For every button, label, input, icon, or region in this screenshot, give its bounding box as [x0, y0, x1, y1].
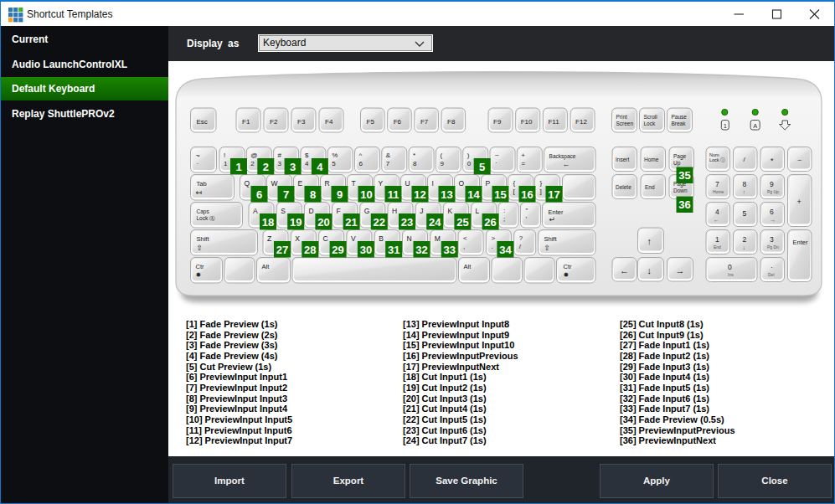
svg-text:21: 21 — [345, 216, 357, 229]
svg-text:✸: ✸ — [196, 271, 202, 279]
svg-text:1: 1 — [715, 235, 719, 244]
svg-text:3: 3 — [770, 235, 774, 244]
svg-text:F3: F3 — [297, 118, 306, 126]
svg-text:18: 18 — [262, 216, 274, 229]
svg-text:26: 26 — [484, 216, 496, 229]
svg-text:Insert: Insert — [616, 157, 629, 162]
svg-text:P: P — [486, 179, 491, 188]
svg-text:*: * — [771, 157, 774, 165]
svg-text:N: N — [407, 234, 412, 243]
svg-text:5: 5 — [479, 161, 485, 173]
svg-text:Del: Del — [768, 272, 775, 277]
svg-text:2: 2 — [743, 235, 747, 244]
svg-text:Tab: Tab — [197, 180, 207, 188]
svg-text:→: → — [770, 217, 776, 223]
svg-text:F9: F9 — [493, 118, 502, 126]
svg-text:F5: F5 — [367, 118, 375, 126]
svg-text:F7: F7 — [420, 118, 429, 126]
svg-text:*: * — [413, 152, 415, 159]
svg-text:Shift: Shift — [197, 235, 210, 243]
svg-text:1: 1 — [235, 161, 241, 173]
svg-text:R: R — [325, 179, 330, 188]
svg-text:13: 13 — [441, 188, 452, 201]
svg-text:A: A — [253, 207, 258, 215]
svg-text:Pg Up: Pg Up — [767, 189, 779, 194]
svg-text:Delete: Delete — [616, 184, 631, 190]
svg-text:Pg Dn: Pg Dn — [767, 244, 779, 249]
svg-text:↓: ↓ — [647, 265, 652, 275]
svg-text:@: @ — [250, 152, 257, 159]
svg-text:6: 6 — [770, 208, 774, 216]
svg-text:6: 6 — [359, 160, 363, 167]
svg-text:Home: Home — [644, 157, 659, 162]
svg-text:O: O — [459, 179, 465, 188]
svg-text:←: ← — [620, 265, 629, 275]
svg-text:27: 27 — [276, 244, 288, 256]
svg-text:+: + — [521, 152, 525, 159]
svg-text:2: 2 — [250, 160, 255, 167]
svg-text:28: 28 — [304, 244, 316, 256]
svg-text:↑: ↑ — [647, 236, 652, 246]
svg-text:C: C — [323, 234, 328, 243]
svg-text:Down: Down — [673, 188, 688, 193]
svg-text:Print: Print — [616, 114, 628, 120]
svg-text:Backspace: Backspace — [549, 153, 576, 160]
svg-text:#: # — [278, 152, 282, 159]
svg-text:·: · — [495, 159, 497, 167]
svg-text:E: E — [298, 179, 303, 188]
svg-text:Shift: Shift — [544, 235, 558, 243]
svg-text:F8: F8 — [447, 118, 456, 126]
svg-text:+: + — [797, 198, 801, 206]
svg-text:36: 36 — [678, 198, 690, 211]
svg-text:24: 24 — [429, 216, 441, 229]
svg-text:X: X — [295, 234, 300, 243]
svg-text:→: → — [676, 265, 685, 275]
svg-text:Caps: Caps — [197, 208, 210, 215]
svg-text:End: End — [714, 244, 721, 249]
svg-text:–: – — [495, 151, 499, 158]
svg-text:Ctr: Ctr — [196, 263, 205, 270]
svg-text:29: 29 — [332, 244, 343, 256]
svg-text:35: 35 — [678, 169, 690, 182]
svg-text:·: · — [771, 263, 773, 271]
svg-text:6: 6 — [256, 188, 262, 201]
svg-text:~: ~ — [196, 152, 200, 160]
svg-text:30: 30 — [360, 244, 372, 256]
svg-text:↵: ↵ — [549, 215, 556, 224]
svg-text:?: ? — [519, 234, 523, 242]
svg-text:>: > — [491, 234, 495, 242]
svg-text:F10: F10 — [521, 118, 533, 126]
svg-text:F12: F12 — [575, 118, 587, 126]
svg-text:Alt: Alt — [464, 263, 472, 270]
svg-text:·: · — [197, 160, 199, 167]
svg-text:Scroll: Scroll — [644, 114, 658, 120]
svg-text:F11: F11 — [548, 118, 559, 126]
svg-text:←: ← — [563, 160, 570, 168]
svg-text:3: 3 — [290, 161, 296, 173]
svg-text:10: 10 — [360, 188, 372, 201]
svg-text:7: 7 — [283, 188, 289, 201]
svg-text:&: & — [386, 152, 391, 159]
svg-text:Break: Break — [672, 121, 687, 126]
svg-text:34: 34 — [499, 244, 512, 256]
svg-text:%: % — [332, 152, 338, 159]
svg-text:B: B — [379, 234, 384, 243]
svg-text:$: $ — [305, 152, 309, 159]
svg-text:H: H — [392, 207, 397, 215]
svg-text:U: U — [405, 179, 410, 188]
svg-text:14: 14 — [467, 188, 480, 201]
svg-text:9: 9 — [337, 188, 343, 201]
svg-text:F1: F1 — [242, 118, 250, 126]
svg-text:⇧: ⇧ — [197, 244, 204, 252]
svg-text:F6: F6 — [394, 118, 402, 126]
svg-text:0: 0 — [467, 160, 472, 167]
svg-text:I: I — [432, 179, 434, 188]
svg-text:;: ; — [503, 215, 505, 223]
svg-text:D: D — [308, 207, 313, 215]
svg-text:L: L — [476, 207, 480, 215]
svg-text:Lock Ⓘ: Lock Ⓘ — [709, 157, 725, 162]
svg-text:15: 15 — [494, 188, 506, 201]
svg-text:<: < — [463, 234, 467, 242]
svg-text:4: 4 — [715, 208, 719, 216]
svg-text:3: 3 — [278, 160, 282, 167]
